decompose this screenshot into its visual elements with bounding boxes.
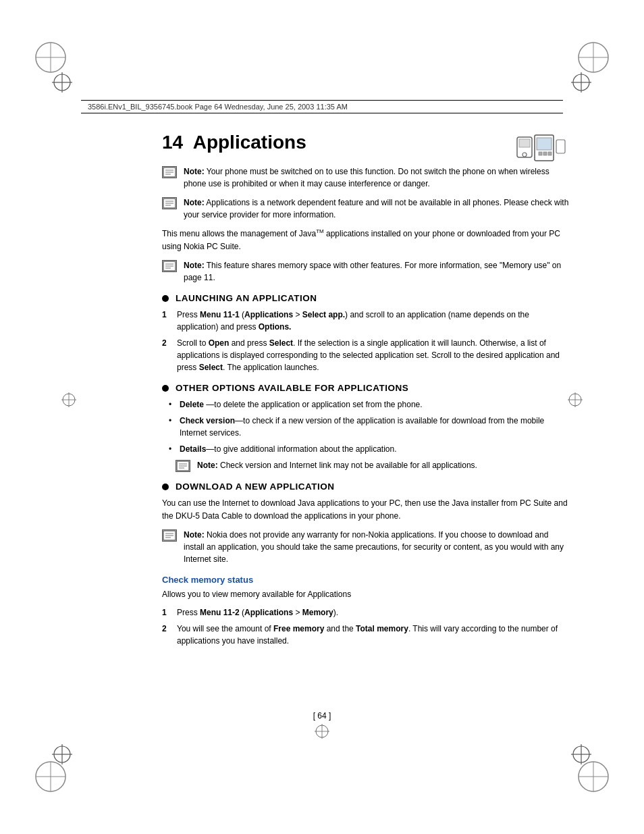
note-4-text: Note: Check version and Internet link ma… xyxy=(197,459,477,471)
header-bar: 3586i.ENv1_BIL_9356745.book Page 64 Wedn… xyxy=(81,100,563,113)
bullet-dot-2 xyxy=(162,385,169,392)
top-left-circle xyxy=(34,41,68,74)
file-info: 3586i.ENv1_BIL_9356745.book Page 64 Wedn… xyxy=(88,103,348,111)
section-download-title: DOWNLOAD A NEW APPLICATION xyxy=(176,481,334,492)
step-launching-1: 1 Press Menu 11-1 (Applications > Select… xyxy=(162,309,570,333)
note-icon-2 xyxy=(162,197,177,209)
left-margin-crosshair xyxy=(61,392,77,408)
bottom-right-circle xyxy=(576,760,610,793)
download-description: You can use the Internet to download Jav… xyxy=(162,497,570,522)
bullet-dot-1 xyxy=(162,295,169,302)
bottom-center-crosshair xyxy=(314,723,330,739)
section-other-options-heading: OTHER OPTIONS AVAILABLE FOR APPLICATIONS xyxy=(162,383,570,393)
step-launching-2: 2 Scroll to Open and press Select. If th… xyxy=(162,337,570,373)
note-4: Note: Check version and Internet link ma… xyxy=(176,459,570,472)
bullet-details: • Details—to give additional information… xyxy=(169,443,570,455)
note-1: Note: Your phone must be switched on to … xyxy=(162,165,570,190)
main-content: 14 Applications Note: Your phone must be… xyxy=(162,125,570,651)
sub-heading-check-memory: Check memory status xyxy=(162,575,570,585)
bullet-check-version: • Check version—to check if a new versio… xyxy=(169,415,570,439)
note-5-text: Note: Nokia does not provide any warrant… xyxy=(184,529,570,565)
bullet-delete: • Delete —to delete the application or a… xyxy=(169,398,570,411)
bullet-dot-3 xyxy=(162,484,169,490)
bottom-left-circle xyxy=(34,760,68,793)
note-5: Note: Nokia does not provide any warrant… xyxy=(162,529,570,565)
section-launching-heading: LAUNCHING AN APPLICATION xyxy=(162,293,570,303)
java-description: This menu allows the management of JavaT… xyxy=(162,228,570,253)
note-icon-1 xyxy=(162,166,177,178)
step-memory-2: 2 You will see the amount of Free memory… xyxy=(162,623,570,647)
top-left-crosshair xyxy=(51,71,74,95)
chapter-title: 14 Applications xyxy=(162,132,570,153)
note-3: Note: This feature shares memory space w… xyxy=(162,259,570,284)
page-number: [ 64 ] xyxy=(313,711,331,721)
note-2-text: Note: Applications is a network dependen… xyxy=(184,197,570,221)
note-1-text: Note: Your phone must be switched on to … xyxy=(184,165,570,190)
check-memory-description: Allows you to view memory available for … xyxy=(162,588,570,601)
note-icon-4 xyxy=(176,460,190,472)
section-launching-title: LAUNCHING AN APPLICATION xyxy=(176,293,317,303)
note-3-text: Note: This feature shares memory space w… xyxy=(184,259,570,284)
step-memory-1: 1 Press Menu 11-2 (Applications > Memory… xyxy=(162,606,570,619)
top-right-circle xyxy=(576,41,610,74)
note-icon-3 xyxy=(162,260,177,272)
note-icon-5 xyxy=(162,529,177,542)
section-other-options-title: OTHER OPTIONS AVAILABLE FOR APPLICATIONS xyxy=(176,383,408,393)
section-download-heading: DOWNLOAD A NEW APPLICATION xyxy=(162,481,570,492)
note-2: Note: Applications is a network dependen… xyxy=(162,197,570,221)
top-right-crosshair xyxy=(570,71,593,95)
page: 3586i.ENv1_BIL_9356745.book Page 64 Wedn… xyxy=(0,0,644,834)
